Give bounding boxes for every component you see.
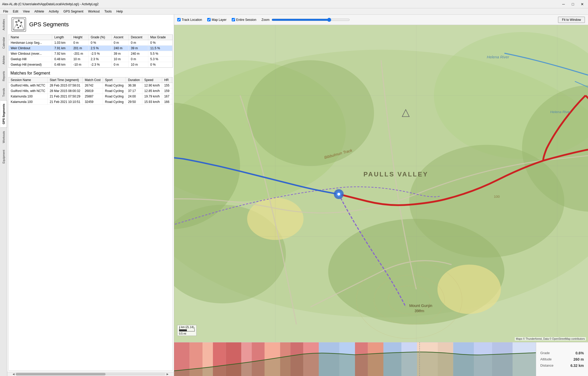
matches-col-sport[interactable]: Sport: [103, 77, 126, 83]
svg-point-13: [247, 60, 374, 166]
track-location-checkbox[interactable]: [177, 18, 181, 21]
cell: 0 m: [128, 40, 148, 46]
scroll-left-arrow[interactable]: ◀: [11, 373, 16, 375]
segments-col-ascent[interactable]: Ascent: [112, 35, 129, 40]
map-container[interactable]: Bibbulmun Track PAULLS VALLEY Helena Riv…: [174, 25, 588, 342]
cell: 37:17: [126, 88, 142, 94]
cell: Weir Climbout: [9, 46, 52, 51]
cell: 0 %: [148, 62, 172, 67]
sidebar-item-workouts[interactable]: Workouts: [0, 128, 7, 146]
cell: Road Cycling: [103, 94, 126, 99]
sidebar-item-equipment[interactable]: Equipment: [0, 146, 7, 167]
entire-session-checkbox-label[interactable]: Entire Session: [232, 18, 256, 22]
matches-col-matchcost[interactable]: Match Cost: [83, 77, 103, 83]
menu-workout[interactable]: Workout: [86, 9, 102, 14]
scroll-right-arrow[interactable]: ▶: [166, 373, 170, 375]
menu-edit[interactable]: Edit: [11, 9, 20, 14]
close-button[interactable]: ✕: [579, 2, 586, 7]
cell: Guilford Hills, with NCTC: [9, 83, 47, 88]
grade-value: 0.6%: [575, 351, 584, 355]
sidebar-item-activities[interactable]: Activities: [0, 16, 7, 34]
sidebar-item-reports[interactable]: Reports: [0, 68, 7, 85]
scale-bar: 1 km (ZL 14) 0.5 mi: [179, 326, 195, 335]
matches-col-speed[interactable]: Speed: [142, 77, 162, 83]
cell: 7.91 km: [52, 46, 71, 51]
scrollbar-track[interactable]: [16, 373, 166, 375]
map-layer-checkbox-label[interactable]: Map Layer: [207, 18, 226, 22]
cell: 19.79 km/h: [142, 94, 162, 99]
segments-col-height[interactable]: Height: [71, 35, 88, 40]
map-svg: Bibbulmun Track PAULLS VALLEY Helena Riv…: [174, 25, 588, 342]
menu-gps-segment[interactable]: GPS Segment: [61, 9, 85, 14]
menu-help[interactable]: Help: [114, 9, 125, 14]
cell: 5.3 %: [148, 57, 172, 62]
matches-col-starttime[interactable]: Start Time (segment): [47, 77, 82, 83]
cell: 167: [162, 94, 172, 99]
matches-col-ascen[interactable]: Ascen: [172, 77, 173, 83]
table-row[interactable]: Herdsman Loop Seg... 1.03 km 0 m 0 % 0 m…: [9, 40, 173, 46]
scale-label-mi: 0.5 mi: [179, 332, 195, 335]
menu-file[interactable]: File: [1, 9, 10, 14]
segments-col-descent[interactable]: Descent: [128, 35, 148, 40]
matches-col-hr[interactable]: HR: [162, 77, 172, 83]
elevation-sidebar: Grade 0.6% Altitude 260 m Distance 6.32 …: [536, 342, 588, 376]
cell: Road Cycling: [103, 99, 126, 105]
menu-activity[interactable]: Activity: [47, 9, 61, 14]
sidebar-item-athlete[interactable]: Athlete: [0, 52, 7, 68]
entire-session-label: Entire Session: [236, 18, 256, 22]
svg-point-19: [437, 265, 501, 314]
cell: 228: [172, 83, 173, 88]
table-row[interactable]: Guilford Hills, with NCTC 28 Feb 2015 07…: [9, 83, 173, 88]
distance-label: Distance: [540, 363, 554, 367]
table-row[interactable]: Kalamunda 100 21 Feb 2021 07:50:29 25887…: [9, 94, 173, 99]
table-row[interactable]: Gwelup Hill 0.48 km 10 m 2.3 % 10 m 0 m …: [9, 57, 173, 62]
zoom-slider[interactable]: [272, 18, 350, 22]
elevation-container: Grade 0.6% Altitude 260 m Distance 6.32 …: [174, 342, 588, 376]
cell: 26742: [83, 83, 103, 88]
fit-window-button[interactable]: Fit to Window: [558, 17, 585, 23]
cell: Guilford Hills, with NCTC: [9, 88, 47, 94]
menu-view[interactable]: View: [21, 9, 32, 14]
matches-col-session[interactable]: Session Name: [9, 77, 47, 83]
svg-text:Mount Gunjin: Mount Gunjin: [409, 304, 432, 308]
cell: 201 m: [71, 46, 88, 51]
menu-tools[interactable]: Tools: [102, 9, 114, 14]
panel-header: GPS Segments: [7, 15, 174, 34]
table-row[interactable]: Weir Climbout (rever... 7.92 km -201 m -…: [9, 51, 173, 57]
cell: 233: [172, 88, 173, 94]
cell: 0 %: [148, 40, 172, 46]
sidebar-item-trends[interactable]: Trends: [0, 85, 7, 100]
table-row[interactable]: Guilford Hills, with NCTC 28 Mar 2015 08…: [9, 88, 173, 94]
cell: 11.5 %: [148, 46, 172, 51]
distance-value: 6.32 km: [571, 363, 584, 368]
minimize-button[interactable]: ─: [560, 2, 567, 7]
matches-col-duration[interactable]: Duration: [126, 77, 142, 83]
cell: Road Cycling: [103, 88, 126, 94]
horizontal-scrollbar[interactable]: ◀ ▶: [7, 372, 174, 376]
segments-col-name[interactable]: Name: [9, 35, 52, 40]
cell: 7.92 km: [52, 51, 71, 57]
maximize-button[interactable]: □: [569, 2, 577, 7]
scrollbar-thumb[interactable]: [16, 373, 106, 375]
svg-point-5: [20, 25, 21, 27]
table-row[interactable]: Gwelup Hill (reversed) 0.48 km -10 m -2.…: [9, 62, 173, 67]
cell: 21 Feb 2021 07:50:29: [47, 94, 82, 99]
cell: 0.48 km: [52, 62, 71, 67]
cell: 0 m: [112, 62, 129, 67]
right-panel: Track Location Map Layer Entire Session …: [174, 15, 588, 376]
segments-col-length[interactable]: Length: [52, 35, 71, 40]
segments-col-grade[interactable]: Grade (%): [88, 35, 111, 40]
cell: 10 m: [128, 62, 148, 67]
cell: 240 m: [128, 51, 148, 57]
titlebar-controls: ─ □ ✕: [560, 2, 586, 7]
menu-athlete[interactable]: Athlete: [32, 9, 46, 14]
sidebar-item-calendar[interactable]: Calendar: [0, 34, 7, 52]
map-layer-checkbox[interactable]: [207, 18, 211, 21]
elevation-chart[interactable]: [174, 342, 536, 376]
table-row[interactable]: Weir Climbout 7.91 km 201 m 2.5 % 240 m …: [9, 46, 173, 51]
table-row[interactable]: Kalamunda 100 21 Feb 2021 10:10:51 32459…: [9, 99, 173, 105]
entire-session-checkbox[interactable]: [232, 18, 235, 21]
segments-col-maxgrade[interactable]: Max Grade: [148, 35, 172, 40]
sidebar-item-gps-segments[interactable]: GPS Segments: [0, 100, 7, 128]
track-location-checkbox-label[interactable]: Track Location: [177, 18, 202, 22]
